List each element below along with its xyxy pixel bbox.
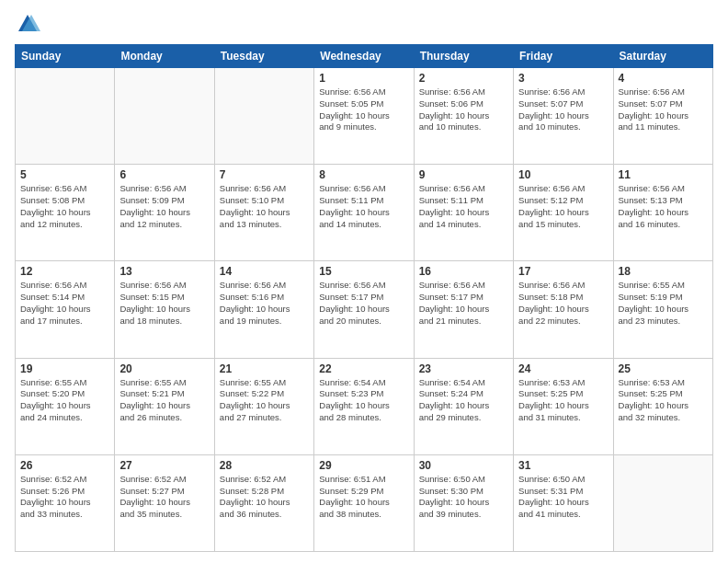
calendar-cell: 1Sunrise: 6:56 AM Sunset: 5:05 PM Daylig… (314, 68, 414, 165)
day-number: 24 (518, 362, 608, 375)
day-number: 27 (119, 459, 209, 472)
day-number: 9 (419, 168, 508, 181)
day-info: Sunrise: 6:55 AM Sunset: 5:21 PM Dayligh… (119, 377, 209, 424)
calendar-cell: 29Sunrise: 6:51 AM Sunset: 5:29 PM Dayli… (314, 454, 414, 551)
calendar-cell: 15Sunrise: 6:56 AM Sunset: 5:17 PM Dayli… (314, 261, 414, 358)
calendar-cell (613, 454, 712, 551)
calendar-cell: 20Sunrise: 6:55 AM Sunset: 5:21 PM Dayli… (115, 358, 214, 454)
day-info: Sunrise: 6:53 AM Sunset: 5:25 PM Dayligh… (619, 377, 708, 424)
calendar-cell: 16Sunrise: 6:56 AM Sunset: 5:17 PM Dayli… (414, 261, 513, 358)
calendar-cell: 11Sunrise: 6:56 AM Sunset: 5:13 PM Dayli… (613, 165, 712, 261)
calendar-cell: 27Sunrise: 6:52 AM Sunset: 5:27 PM Dayli… (115, 454, 214, 551)
day-number: 11 (619, 168, 708, 181)
day-number: 3 (518, 72, 608, 85)
day-number: 21 (220, 362, 309, 375)
day-info: Sunrise: 6:56 AM Sunset: 5:17 PM Dayligh… (419, 280, 508, 327)
calendar-cell: 5Sunrise: 6:56 AM Sunset: 5:08 PM Daylig… (16, 165, 115, 261)
day-info: Sunrise: 6:50 AM Sunset: 5:30 PM Dayligh… (419, 474, 508, 521)
day-info: Sunrise: 6:56 AM Sunset: 5:17 PM Dayligh… (319, 280, 408, 327)
day-info: Sunrise: 6:52 AM Sunset: 5:28 PM Dayligh… (220, 474, 309, 521)
day-info: Sunrise: 6:56 AM Sunset: 5:07 PM Dayligh… (518, 86, 608, 133)
day-number: 25 (619, 362, 708, 375)
calendar-cell: 23Sunrise: 6:54 AM Sunset: 5:24 PM Dayli… (414, 358, 513, 454)
day-number: 26 (20, 459, 109, 472)
weekday-header-monday: Monday (115, 45, 214, 68)
day-info: Sunrise: 6:56 AM Sunset: 5:11 PM Dayligh… (419, 183, 508, 230)
week-row-2: 5Sunrise: 6:56 AM Sunset: 5:08 PM Daylig… (16, 165, 713, 261)
week-row-4: 19Sunrise: 6:55 AM Sunset: 5:20 PM Dayli… (16, 358, 713, 454)
day-number: 31 (518, 459, 608, 472)
calendar-cell (16, 68, 115, 165)
calendar-cell: 25Sunrise: 6:53 AM Sunset: 5:25 PM Dayli… (613, 358, 712, 454)
calendar-cell: 26Sunrise: 6:52 AM Sunset: 5:26 PM Dayli… (16, 454, 115, 551)
day-number: 7 (220, 168, 309, 181)
calendar-cell: 21Sunrise: 6:55 AM Sunset: 5:22 PM Dayli… (214, 358, 313, 454)
calendar-cell (115, 68, 214, 165)
calendar-cell: 18Sunrise: 6:55 AM Sunset: 5:19 PM Dayli… (613, 261, 712, 358)
day-info: Sunrise: 6:55 AM Sunset: 5:22 PM Dayligh… (220, 377, 309, 424)
day-info: Sunrise: 6:52 AM Sunset: 5:27 PM Dayligh… (119, 474, 209, 521)
day-number: 20 (119, 362, 209, 375)
weekday-header-tuesday: Tuesday (214, 45, 313, 68)
day-info: Sunrise: 6:56 AM Sunset: 5:07 PM Dayligh… (619, 86, 708, 133)
weekday-header-sunday: Sunday (16, 45, 115, 68)
day-number: 13 (119, 265, 209, 278)
calendar-cell: 13Sunrise: 6:56 AM Sunset: 5:15 PM Dayli… (115, 261, 214, 358)
day-info: Sunrise: 6:50 AM Sunset: 5:31 PM Dayligh… (518, 474, 608, 521)
day-info: Sunrise: 6:56 AM Sunset: 5:16 PM Dayligh… (220, 280, 309, 327)
weekday-header-row: SundayMondayTuesdayWednesdayThursdayFrid… (16, 45, 713, 68)
day-number: 22 (319, 362, 408, 375)
calendar-cell: 22Sunrise: 6:54 AM Sunset: 5:23 PM Dayli… (314, 358, 414, 454)
day-info: Sunrise: 6:56 AM Sunset: 5:06 PM Dayligh… (419, 86, 508, 133)
day-number: 15 (319, 265, 408, 278)
day-number: 10 (518, 168, 608, 181)
calendar-cell: 30Sunrise: 6:50 AM Sunset: 5:30 PM Dayli… (414, 454, 513, 551)
day-number: 6 (119, 168, 209, 181)
day-number: 18 (619, 265, 708, 278)
week-row-5: 26Sunrise: 6:52 AM Sunset: 5:26 PM Dayli… (16, 454, 713, 551)
calendar-cell: 8Sunrise: 6:56 AM Sunset: 5:11 PM Daylig… (314, 165, 414, 261)
calendar-cell: 2Sunrise: 6:56 AM Sunset: 5:06 PM Daylig… (414, 68, 513, 165)
day-info: Sunrise: 6:56 AM Sunset: 5:13 PM Dayligh… (619, 183, 708, 230)
logo (15, 11, 44, 37)
day-info: Sunrise: 6:54 AM Sunset: 5:23 PM Dayligh… (319, 377, 408, 424)
day-info: Sunrise: 6:56 AM Sunset: 5:10 PM Dayligh… (220, 183, 309, 230)
day-info: Sunrise: 6:56 AM Sunset: 5:05 PM Dayligh… (319, 86, 408, 133)
calendar-cell: 14Sunrise: 6:56 AM Sunset: 5:16 PM Dayli… (214, 261, 313, 358)
day-info: Sunrise: 6:55 AM Sunset: 5:20 PM Dayligh… (20, 377, 109, 424)
day-info: Sunrise: 6:53 AM Sunset: 5:25 PM Dayligh… (518, 377, 608, 424)
day-number: 14 (220, 265, 309, 278)
calendar-cell: 7Sunrise: 6:56 AM Sunset: 5:10 PM Daylig… (214, 165, 313, 261)
week-row-3: 12Sunrise: 6:56 AM Sunset: 5:14 PM Dayli… (16, 261, 713, 358)
header (15, 11, 713, 37)
day-number: 5 (20, 168, 109, 181)
day-info: Sunrise: 6:55 AM Sunset: 5:19 PM Dayligh… (619, 280, 708, 327)
weekday-header-friday: Friday (514, 45, 613, 68)
day-number: 30 (419, 459, 508, 472)
day-info: Sunrise: 6:51 AM Sunset: 5:29 PM Dayligh… (319, 474, 408, 521)
calendar-cell: 17Sunrise: 6:56 AM Sunset: 5:18 PM Dayli… (514, 261, 613, 358)
day-info: Sunrise: 6:56 AM Sunset: 5:15 PM Dayligh… (119, 280, 209, 327)
day-info: Sunrise: 6:56 AM Sunset: 5:09 PM Dayligh… (119, 183, 209, 230)
calendar-cell: 9Sunrise: 6:56 AM Sunset: 5:11 PM Daylig… (414, 165, 513, 261)
calendar-cell: 4Sunrise: 6:56 AM Sunset: 5:07 PM Daylig… (613, 68, 712, 165)
calendar-cell: 28Sunrise: 6:52 AM Sunset: 5:28 PM Dayli… (214, 454, 313, 551)
day-info: Sunrise: 6:56 AM Sunset: 5:14 PM Dayligh… (20, 280, 109, 327)
weekday-header-thursday: Thursday (414, 45, 513, 68)
calendar-cell: 10Sunrise: 6:56 AM Sunset: 5:12 PM Dayli… (514, 165, 613, 261)
calendar-cell (214, 68, 313, 165)
calendar-cell: 19Sunrise: 6:55 AM Sunset: 5:20 PM Dayli… (16, 358, 115, 454)
weekday-header-wednesday: Wednesday (314, 45, 414, 68)
day-number: 12 (20, 265, 109, 278)
day-info: Sunrise: 6:56 AM Sunset: 5:18 PM Dayligh… (518, 280, 608, 327)
calendar-cell: 24Sunrise: 6:53 AM Sunset: 5:25 PM Dayli… (514, 358, 613, 454)
logo-icon (15, 11, 40, 37)
day-number: 16 (419, 265, 508, 278)
day-info: Sunrise: 6:54 AM Sunset: 5:24 PM Dayligh… (419, 377, 508, 424)
day-number: 29 (319, 459, 408, 472)
calendar-cell: 12Sunrise: 6:56 AM Sunset: 5:14 PM Dayli… (16, 261, 115, 358)
calendar-cell: 31Sunrise: 6:50 AM Sunset: 5:31 PM Dayli… (514, 454, 613, 551)
day-number: 4 (619, 72, 708, 85)
day-number: 8 (319, 168, 408, 181)
day-number: 19 (20, 362, 109, 375)
